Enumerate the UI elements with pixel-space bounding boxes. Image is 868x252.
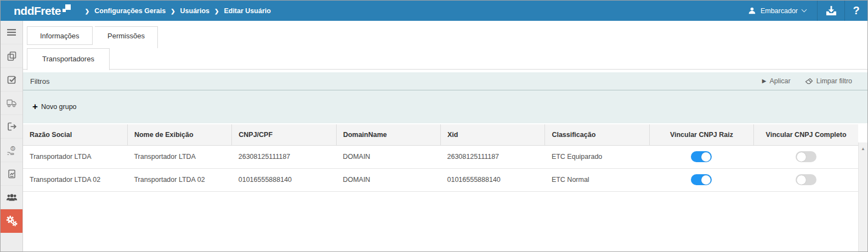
sidebar: $ (1, 21, 23, 251)
users-icon (6, 193, 18, 202)
filters-title: Filtros (30, 77, 49, 85)
subtab-label: Transportadores (42, 55, 94, 63)
apply-filter-button[interactable]: ▶ Aplicar (762, 77, 791, 85)
tab-informacoes[interactable]: Informações (27, 26, 93, 45)
cell-vincular-cnpj-completo (754, 145, 858, 168)
tasks-check-icon (7, 75, 17, 85)
sidebar-item-report[interactable] (1, 162, 22, 186)
logo-mark-icon (62, 4, 71, 13)
sidebar-item-copy[interactable] (1, 44, 22, 68)
table-body: Transportador LTDATransportador LTDA2630… (23, 145, 858, 191)
cell-classificacao: ETC Equiparado (545, 145, 649, 168)
vertical-scrollbar[interactable]: ▲ (858, 142, 867, 251)
help-icon: ? (853, 4, 859, 17)
column-header-nome-exibicao[interactable]: Nome de Exibição (127, 124, 231, 145)
chevron-right-icon: ❯ (85, 8, 89, 14)
chevron-right-icon: ❯ (214, 8, 219, 14)
payment-hand-icon: $ (6, 145, 17, 156)
sidebar-item-payment[interactable]: $ (1, 139, 22, 162)
breadcrumb-item-editar-usuario: Editar Usuário (224, 7, 270, 15)
column-header-vincular-cnpj-completo[interactable]: Vincular CNPJ Completo (754, 124, 858, 145)
breadcrumb-item-usuarios[interactable]: Usuários (180, 7, 210, 15)
tab-permissoes[interactable]: Permissões (95, 26, 158, 48)
breadcrumb-item-configuracoes-gerais[interactable]: Configurações Gerais (94, 7, 166, 15)
cell-domain-name: DOMAIN (336, 168, 440, 191)
toggle-vincular-cnpj-completo[interactable] (796, 174, 816, 185)
column-header-razao-social[interactable]: Razão Social (23, 124, 127, 145)
tab-strip: Informações Permissões (23, 21, 867, 48)
truck-icon (6, 98, 17, 108)
column-header-vincular-cnpj-raiz[interactable]: Vincular CNPJ Raiz (649, 124, 753, 145)
main-content: Informações Permissões Transportadores F… (23, 21, 867, 251)
breadcrumb: ❯ Configurações Gerais ❯ Usuários ❯ Edit… (85, 7, 271, 15)
app-window: nddFrete ❯ Configurações Gerais ❯ Usuári… (0, 0, 868, 252)
cell-xid: 26308125111187 (441, 145, 545, 168)
cell-razao-social: Transportador LTDA 02 (23, 168, 127, 191)
app-logo[interactable]: nddFrete (14, 2, 71, 20)
tab-transportadores[interactable]: Transportadores (27, 48, 110, 70)
cell-vincular-cnpj-raiz (649, 168, 753, 191)
sidebar-item-export[interactable] (1, 115, 22, 139)
toggle-vincular-cnpj-completo[interactable] (796, 151, 816, 162)
cell-xid: 01016555888140 (441, 168, 545, 191)
user-menu-label: Embarcador (761, 7, 798, 15)
help-button[interactable]: ? (845, 1, 867, 21)
export-icon (7, 122, 17, 131)
filters-bar: Filtros ▶ Aplicar Limpar filtro (23, 72, 867, 90)
column-header-cnpj-cpf[interactable]: CNPJ/CPF (232, 124, 336, 145)
download-icon (825, 5, 837, 16)
top-bar: nddFrete ❯ Configurações Gerais ❯ Usuári… (1, 1, 867, 21)
sidebar-item-tasks[interactable] (1, 68, 22, 91)
cell-vincular-cnpj-raiz (649, 145, 753, 168)
user-icon (748, 7, 756, 15)
svg-text:$: $ (12, 146, 14, 150)
cell-classificacao: ETC Normal (545, 168, 649, 191)
clear-filter-button[interactable]: Limpar filtro (805, 77, 852, 85)
copy-icon (7, 51, 17, 61)
cell-nome-exibicao: Transportador LTDA (127, 145, 231, 168)
subtab-strip: Transportadores (23, 48, 867, 70)
cell-cnpj-cpf: 26308125111187 (232, 145, 336, 168)
chevron-down-icon (802, 7, 807, 13)
table-header: Razão Social Nome de Exibição CNPJ/CPF D… (23, 124, 858, 145)
cell-cnpj-cpf: 01016555888140 (232, 168, 336, 191)
clear-filter-label: Limpar filtro (816, 77, 852, 85)
toggle-vincular-cnpj-raiz[interactable] (691, 151, 712, 162)
chevron-right-icon: ❯ (171, 8, 175, 14)
eraser-icon (805, 78, 813, 85)
cell-nome-exibicao: Transportador LTDA 02 (127, 168, 231, 191)
sidebar-item-truck[interactable] (1, 91, 22, 115)
column-header-xid[interactable]: Xid (441, 124, 545, 145)
cell-domain-name: DOMAIN (336, 145, 440, 168)
plus-icon: + (32, 102, 38, 111)
toggle-vincular-cnpj-raiz[interactable] (691, 174, 712, 185)
column-header-domainname[interactable]: DomainName (336, 124, 440, 145)
settings-gears-icon (6, 215, 18, 227)
sidebar-item-settings[interactable] (1, 209, 22, 233)
tab-label: Informações (40, 32, 80, 40)
cell-vincular-cnpj-completo (754, 168, 858, 191)
filter-actions: ▶ Aplicar Limpar filtro (762, 77, 852, 85)
filter-panel: + Novo grupo (23, 90, 867, 123)
transportadores-table: Razão Social Nome de Exibição CNPJ/CPF D… (23, 123, 858, 192)
scrollbar-arrow-up-icon[interactable]: ▲ (859, 142, 867, 151)
logo-text: nddFrete (14, 2, 61, 20)
top-bar-right: Embarcador ? (737, 1, 867, 21)
table-row[interactable]: Transportador LTDA 02Transportador LTDA … (23, 168, 858, 191)
column-header-classificacao[interactable]: Classificação (545, 124, 649, 145)
menu-icon (7, 28, 16, 36)
download-button[interactable] (818, 1, 844, 21)
table-row[interactable]: Transportador LTDATransportador LTDA2630… (23, 145, 858, 168)
tab-label: Permissões (107, 32, 145, 40)
play-icon: ▶ (762, 78, 767, 84)
apply-filter-label: Aplicar (769, 77, 790, 85)
sidebar-item-menu[interactable] (1, 21, 22, 44)
sidebar-item-users[interactable] (1, 186, 22, 209)
report-document-icon (7, 169, 17, 179)
new-group-label: Novo grupo (41, 103, 77, 111)
new-group-button[interactable]: + Novo grupo (32, 103, 77, 111)
cell-razao-social: Transportador LTDA (23, 145, 127, 168)
user-menu[interactable]: Embarcador (737, 1, 817, 21)
